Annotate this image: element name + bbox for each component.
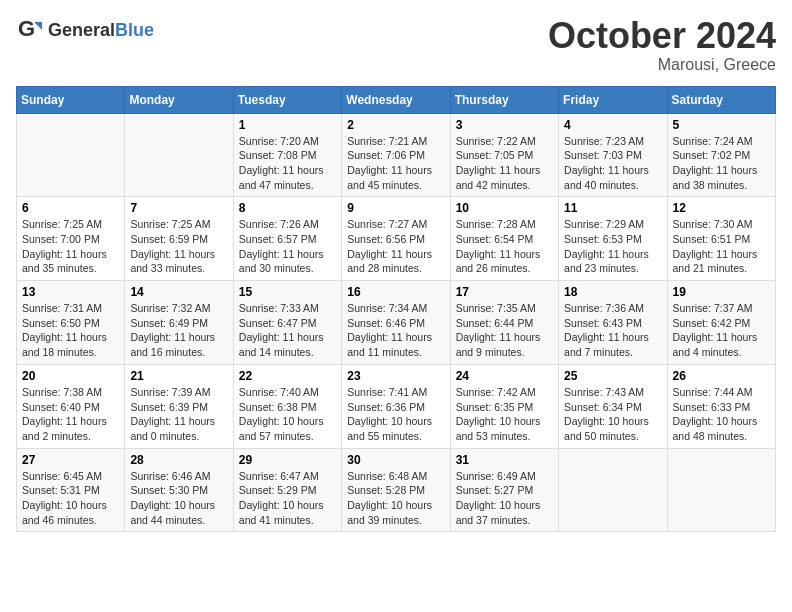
calendar-day-cell	[559, 448, 667, 532]
day-info: Sunrise: 7:27 AM Sunset: 6:56 PM Dayligh…	[347, 217, 444, 276]
day-number: 12	[673, 201, 770, 215]
day-number: 23	[347, 369, 444, 383]
day-number: 29	[239, 453, 336, 467]
day-info: Sunrise: 7:28 AM Sunset: 6:54 PM Dayligh…	[456, 217, 553, 276]
weekday-header-cell: Monday	[125, 86, 233, 113]
day-info: Sunrise: 7:36 AM Sunset: 6:43 PM Dayligh…	[564, 301, 661, 360]
calendar-day-cell: 14Sunrise: 7:32 AM Sunset: 6:49 PM Dayli…	[125, 281, 233, 365]
day-info: Sunrise: 7:23 AM Sunset: 7:03 PM Dayligh…	[564, 134, 661, 193]
calendar-day-cell: 13Sunrise: 7:31 AM Sunset: 6:50 PM Dayli…	[17, 281, 125, 365]
day-number: 9	[347, 201, 444, 215]
calendar-day-cell: 6Sunrise: 7:25 AM Sunset: 7:00 PM Daylig…	[17, 197, 125, 281]
calendar-day-cell: 20Sunrise: 7:38 AM Sunset: 6:40 PM Dayli…	[17, 364, 125, 448]
weekday-header-cell: Sunday	[17, 86, 125, 113]
calendar-day-cell	[667, 448, 775, 532]
calendar-week-row: 6Sunrise: 7:25 AM Sunset: 7:00 PM Daylig…	[17, 197, 776, 281]
weekday-header-cell: Wednesday	[342, 86, 450, 113]
day-number: 14	[130, 285, 227, 299]
day-info: Sunrise: 7:39 AM Sunset: 6:39 PM Dayligh…	[130, 385, 227, 444]
calendar-week-row: 13Sunrise: 7:31 AM Sunset: 6:50 PM Dayli…	[17, 281, 776, 365]
day-number: 22	[239, 369, 336, 383]
page-header: G GeneralBlue October 2024 Marousi, Gree…	[16, 16, 776, 74]
day-number: 24	[456, 369, 553, 383]
day-info: Sunrise: 6:48 AM Sunset: 5:28 PM Dayligh…	[347, 469, 444, 528]
day-number: 4	[564, 118, 661, 132]
svg-marker-1	[34, 22, 42, 30]
day-number: 15	[239, 285, 336, 299]
calendar-day-cell: 4Sunrise: 7:23 AM Sunset: 7:03 PM Daylig…	[559, 113, 667, 197]
calendar-day-cell: 7Sunrise: 7:25 AM Sunset: 6:59 PM Daylig…	[125, 197, 233, 281]
calendar-day-cell: 3Sunrise: 7:22 AM Sunset: 7:05 PM Daylig…	[450, 113, 558, 197]
day-number: 5	[673, 118, 770, 132]
day-info: Sunrise: 6:46 AM Sunset: 5:30 PM Dayligh…	[130, 469, 227, 528]
day-info: Sunrise: 7:40 AM Sunset: 6:38 PM Dayligh…	[239, 385, 336, 444]
calendar-day-cell: 16Sunrise: 7:34 AM Sunset: 6:46 PM Dayli…	[342, 281, 450, 365]
calendar-week-row: 27Sunrise: 6:45 AM Sunset: 5:31 PM Dayli…	[17, 448, 776, 532]
day-info: Sunrise: 7:21 AM Sunset: 7:06 PM Dayligh…	[347, 134, 444, 193]
day-number: 6	[22, 201, 119, 215]
day-number: 30	[347, 453, 444, 467]
day-number: 20	[22, 369, 119, 383]
day-number: 25	[564, 369, 661, 383]
day-number: 3	[456, 118, 553, 132]
calendar-day-cell: 11Sunrise: 7:29 AM Sunset: 6:53 PM Dayli…	[559, 197, 667, 281]
calendar-day-cell	[125, 113, 233, 197]
calendar-week-row: 1Sunrise: 7:20 AM Sunset: 7:08 PM Daylig…	[17, 113, 776, 197]
day-number: 31	[456, 453, 553, 467]
calendar-day-cell: 21Sunrise: 7:39 AM Sunset: 6:39 PM Dayli…	[125, 364, 233, 448]
day-number: 10	[456, 201, 553, 215]
day-info: Sunrise: 7:43 AM Sunset: 6:34 PM Dayligh…	[564, 385, 661, 444]
calendar-day-cell: 1Sunrise: 7:20 AM Sunset: 7:08 PM Daylig…	[233, 113, 341, 197]
weekday-header-cell: Tuesday	[233, 86, 341, 113]
logo-blue: Blue	[115, 20, 154, 40]
weekday-header-cell: Friday	[559, 86, 667, 113]
day-number: 8	[239, 201, 336, 215]
day-info: Sunrise: 7:26 AM Sunset: 6:57 PM Dayligh…	[239, 217, 336, 276]
calendar-day-cell: 28Sunrise: 6:46 AM Sunset: 5:30 PM Dayli…	[125, 448, 233, 532]
day-info: Sunrise: 6:49 AM Sunset: 5:27 PM Dayligh…	[456, 469, 553, 528]
day-info: Sunrise: 7:37 AM Sunset: 6:42 PM Dayligh…	[673, 301, 770, 360]
day-info: Sunrise: 7:41 AM Sunset: 6:36 PM Dayligh…	[347, 385, 444, 444]
day-info: Sunrise: 6:45 AM Sunset: 5:31 PM Dayligh…	[22, 469, 119, 528]
day-number: 21	[130, 369, 227, 383]
calendar-day-cell: 8Sunrise: 7:26 AM Sunset: 6:57 PM Daylig…	[233, 197, 341, 281]
svg-text:G: G	[18, 16, 35, 41]
logo-icon: G	[16, 16, 44, 44]
day-number: 28	[130, 453, 227, 467]
calendar-day-cell: 27Sunrise: 6:45 AM Sunset: 5:31 PM Dayli…	[17, 448, 125, 532]
day-number: 17	[456, 285, 553, 299]
day-info: Sunrise: 7:34 AM Sunset: 6:46 PM Dayligh…	[347, 301, 444, 360]
calendar-day-cell: 25Sunrise: 7:43 AM Sunset: 6:34 PM Dayli…	[559, 364, 667, 448]
logo: G GeneralBlue	[16, 16, 154, 44]
day-info: Sunrise: 7:44 AM Sunset: 6:33 PM Dayligh…	[673, 385, 770, 444]
day-info: Sunrise: 7:24 AM Sunset: 7:02 PM Dayligh…	[673, 134, 770, 193]
day-number: 18	[564, 285, 661, 299]
day-info: Sunrise: 7:20 AM Sunset: 7:08 PM Dayligh…	[239, 134, 336, 193]
calendar-day-cell: 31Sunrise: 6:49 AM Sunset: 5:27 PM Dayli…	[450, 448, 558, 532]
weekday-header-cell: Thursday	[450, 86, 558, 113]
weekday-header-row: SundayMondayTuesdayWednesdayThursdayFrid…	[17, 86, 776, 113]
day-number: 19	[673, 285, 770, 299]
calendar-day-cell: 22Sunrise: 7:40 AM Sunset: 6:38 PM Dayli…	[233, 364, 341, 448]
day-info: Sunrise: 7:32 AM Sunset: 6:49 PM Dayligh…	[130, 301, 227, 360]
day-info: Sunrise: 7:29 AM Sunset: 6:53 PM Dayligh…	[564, 217, 661, 276]
day-info: Sunrise: 7:22 AM Sunset: 7:05 PM Dayligh…	[456, 134, 553, 193]
day-number: 16	[347, 285, 444, 299]
day-number: 7	[130, 201, 227, 215]
day-number: 11	[564, 201, 661, 215]
calendar-day-cell: 18Sunrise: 7:36 AM Sunset: 6:43 PM Dayli…	[559, 281, 667, 365]
day-info: Sunrise: 7:42 AM Sunset: 6:35 PM Dayligh…	[456, 385, 553, 444]
day-number: 2	[347, 118, 444, 132]
calendar-day-cell: 24Sunrise: 7:42 AM Sunset: 6:35 PM Dayli…	[450, 364, 558, 448]
day-info: Sunrise: 7:33 AM Sunset: 6:47 PM Dayligh…	[239, 301, 336, 360]
location-title: Marousi, Greece	[548, 56, 776, 74]
day-info: Sunrise: 7:25 AM Sunset: 6:59 PM Dayligh…	[130, 217, 227, 276]
calendar-day-cell: 30Sunrise: 6:48 AM Sunset: 5:28 PM Dayli…	[342, 448, 450, 532]
day-info: Sunrise: 7:35 AM Sunset: 6:44 PM Dayligh…	[456, 301, 553, 360]
logo-general: General	[48, 20, 115, 40]
calendar-day-cell: 12Sunrise: 7:30 AM Sunset: 6:51 PM Dayli…	[667, 197, 775, 281]
calendar-day-cell: 23Sunrise: 7:41 AM Sunset: 6:36 PM Dayli…	[342, 364, 450, 448]
day-info: Sunrise: 7:38 AM Sunset: 6:40 PM Dayligh…	[22, 385, 119, 444]
calendar-day-cell: 17Sunrise: 7:35 AM Sunset: 6:44 PM Dayli…	[450, 281, 558, 365]
calendar-body: 1Sunrise: 7:20 AM Sunset: 7:08 PM Daylig…	[17, 113, 776, 532]
